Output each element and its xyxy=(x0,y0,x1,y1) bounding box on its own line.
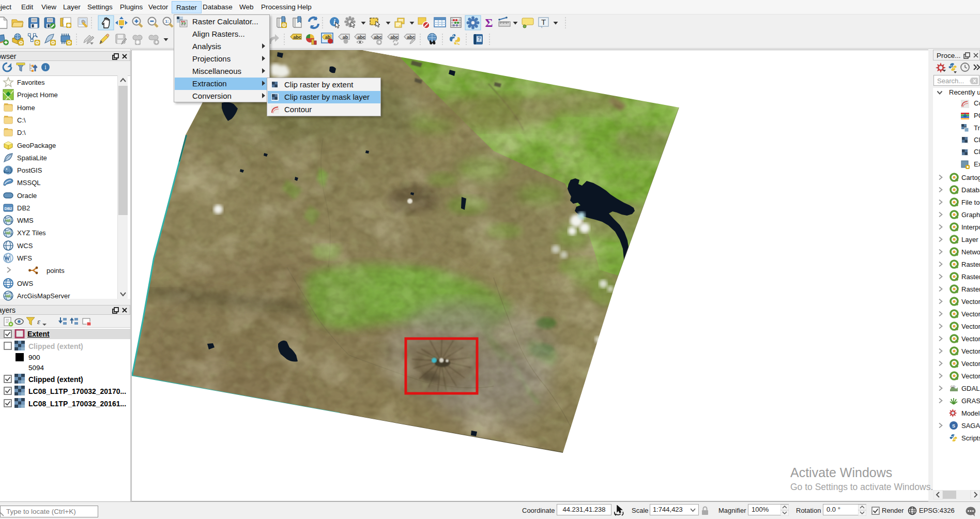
svg-text:abc: abc xyxy=(293,35,301,40)
svg-text:abc: abc xyxy=(390,35,399,40)
svg-text:DB2: DB2 xyxy=(4,206,12,211)
svg-text:S: S xyxy=(952,423,955,429)
svg-text:Σ: Σ xyxy=(485,17,493,29)
svg-text:1:: 1: xyxy=(165,19,169,24)
svg-text:?: ? xyxy=(478,36,481,42)
svg-text:abc: abc xyxy=(357,35,365,40)
svg-text:T: T xyxy=(541,18,546,26)
svg-text:i: i xyxy=(333,18,335,26)
svg-text:abc: abc xyxy=(374,35,382,40)
svg-text:ab: ab xyxy=(343,35,348,40)
svg-text:ε: ε xyxy=(37,317,40,326)
svg-text:GD: GD xyxy=(951,385,956,388)
